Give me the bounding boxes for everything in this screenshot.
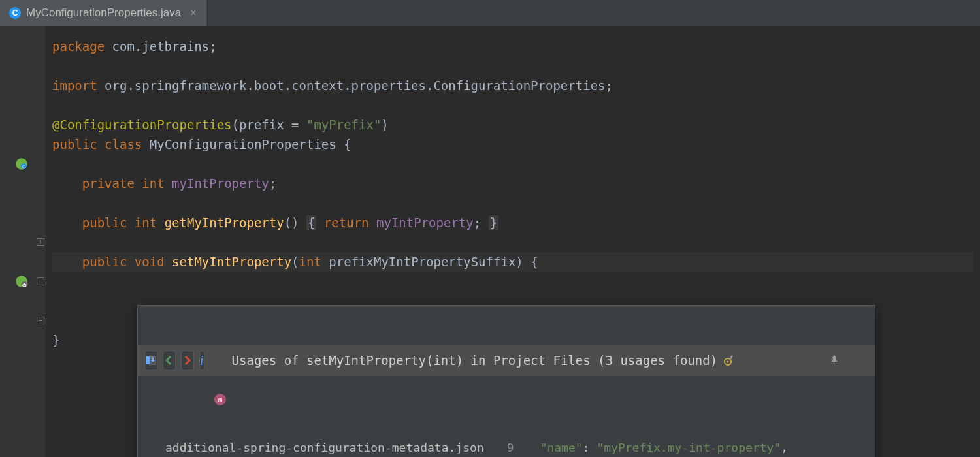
field-name: myIntProperty [172, 176, 269, 191]
editor-tab[interactable]: C MyConfigurationProperties.java × [0, 0, 206, 26]
punct: ; [606, 78, 613, 93]
settings-icon[interactable] [723, 315, 822, 406]
usages-title: Usages of setMyIntProperty(int) in Proje… [232, 351, 718, 370]
tab-filename: MyConfigurationProperties.java [26, 7, 181, 20]
fold-collapse-icon[interactable]: − [37, 277, 44, 285]
package-name: com.jetbrains [112, 39, 210, 54]
spring-file-icon: ⏻ [147, 442, 159, 454]
keyword-public: public [82, 255, 127, 269]
keyword-package: package [52, 39, 105, 54]
punct: ; [269, 176, 276, 191]
punct: ) { [515, 255, 538, 269]
next-occurrence-button[interactable] [181, 351, 194, 370]
punct: ; [474, 215, 481, 230]
keyword-public: public [52, 137, 97, 151]
punct: ; [209, 39, 216, 54]
keyword-void: void [135, 255, 165, 269]
field-ref: myIntProperty [376, 215, 474, 230]
current-line: public void setMyIntProperty(int prefixM… [52, 252, 973, 272]
usage-snippet: "name": "myPrefix.my-int-property", [521, 438, 866, 457]
svg-text:C: C [22, 165, 25, 169]
svg-text:⏻: ⏻ [22, 283, 27, 287]
keyword-return: return [324, 215, 369, 230]
usage-row[interactable]: ⏻ additional-spring-configuration-metada… [138, 435, 875, 457]
punct: ) [381, 118, 388, 132]
editor-area: C ⏻ + − − package com.jetbrains; import … [0, 26, 980, 457]
usages-toolbar: i m Usages of setMyIntProperty(int) in P… [138, 345, 875, 376]
svg-rect-6 [146, 356, 150, 364]
class-name: MyConfigurationProperties [150, 137, 336, 151]
keyword-private: private [82, 176, 135, 191]
keyword-int: int [299, 255, 321, 269]
usages-popup: i m Usages of setMyIntProperty(int) in P… [137, 305, 875, 457]
folded-brace: } [489, 215, 498, 230]
string-literal: "myPrefix" [306, 118, 381, 132]
import-fqn: org.springframework.boot.context.propert… [105, 78, 605, 93]
fold-collapse-icon[interactable]: − [37, 317, 44, 324]
info-button[interactable]: i [199, 351, 204, 370]
spring-bean-gutter-icon[interactable]: C [14, 157, 29, 171]
keyword-import: import [52, 78, 97, 93]
punct: (prefix = [232, 118, 306, 132]
open-find-window-button[interactable] [144, 351, 157, 370]
keyword-int: int [135, 215, 157, 230]
spring-run-gutter-icon[interactable]: ⏻ [14, 274, 29, 289]
punct: () [284, 215, 299, 230]
keyword-public: public [82, 215, 127, 230]
punct: { [336, 137, 351, 151]
svg-text:m: m [218, 396, 222, 404]
tab-bar: C MyConfigurationProperties.java × [0, 0, 980, 26]
java-class-icon: C [9, 7, 21, 19]
usage-filename: additional-spring-configuration-metadata… [165, 438, 484, 457]
svg-point-11 [727, 361, 729, 363]
code-editor[interactable]: package com.jetbrains; import org.spring… [46, 26, 980, 457]
method-badge-icon: m [214, 354, 227, 367]
closing-brace: } [52, 333, 59, 347]
keyword-int: int [142, 176, 164, 191]
folded-brace: { [306, 215, 316, 230]
fold-expand-icon[interactable]: + [37, 238, 44, 246]
pin-icon[interactable] [828, 315, 928, 406]
usage-line-number: 9 [491, 438, 514, 457]
method-name: setMyIntProperty [172, 255, 291, 269]
method-name: getMyIntProperty [165, 215, 284, 230]
annotation: @ConfigurationProperties [52, 118, 232, 132]
keyword-class: class [105, 137, 142, 151]
gutter: C ⏻ + − − [0, 26, 46, 457]
punct: ( [291, 255, 299, 269]
param-name: prefixMyIntPropertySuffix [329, 255, 515, 269]
close-icon[interactable]: × [190, 7, 196, 19]
prev-occurrence-button[interactable] [163, 351, 176, 370]
